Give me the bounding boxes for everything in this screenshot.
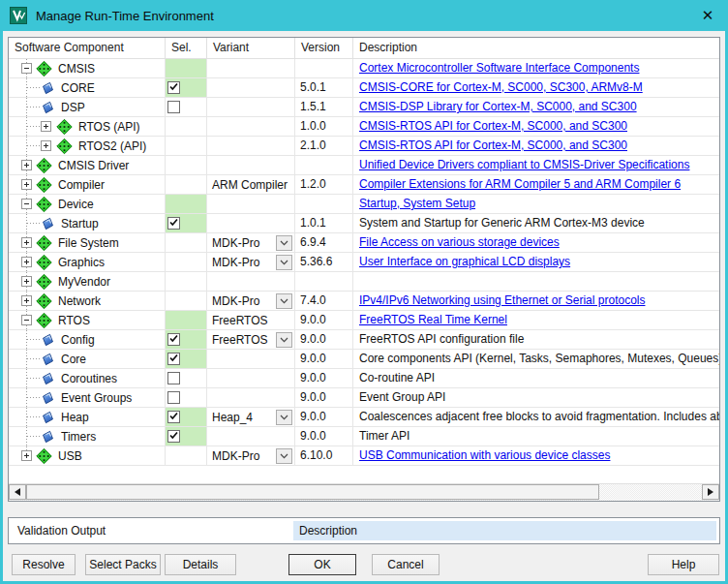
tree-expand-plus-icon[interactable] (21, 179, 32, 190)
description-link[interactable]: User Interface on graphical LCD displays (359, 255, 570, 268)
checkbox-checked[interactable] (167, 81, 180, 94)
tree-expand-plus-icon[interactable] (21, 257, 32, 267)
component-row[interactable]: USBMDK-Pro6.10.0USB Communication with v… (9, 446, 719, 466)
variant-cell (207, 195, 295, 213)
validation-description-header[interactable]: Description (293, 521, 716, 540)
description-link[interactable]: USB Communication with various device cl… (359, 448, 610, 462)
component-row[interactable]: HeapHeap_49.0.0Coalescences adjacent fre… (9, 408, 719, 427)
variant-dropdown-chevron-icon[interactable] (276, 410, 292, 425)
component-row[interactable]: CMSISCortex Microcontroller Software Int… (9, 59, 719, 78)
component-row[interactable]: CORE5.0.1CMSIS-CORE for Cortex-M, SC000,… (9, 78, 719, 98)
horizontal-scrollbar[interactable] (9, 483, 719, 501)
variant-dropdown-chevron-icon[interactable] (276, 332, 292, 348)
description-link[interactable]: Startup, System Setup (359, 197, 475, 210)
blue-gem-icon (41, 332, 55, 347)
tree-expand-plus-icon[interactable] (21, 276, 32, 287)
column-header-version[interactable]: Version (295, 38, 353, 58)
version-cell: 1.2.0 (295, 175, 353, 194)
help-button[interactable]: Help (648, 554, 719, 575)
select-packs-button[interactable]: Select Packs (85, 554, 161, 575)
component-row[interactable]: CMSIS DriverUnified Device Drivers compl… (9, 156, 719, 175)
component-row[interactable]: RTOSFreeRTOS9.0.0FreeRTOS Real Time Kern… (9, 311, 719, 330)
checkbox-checked[interactable] (167, 333, 180, 346)
component-row[interactable]: NetworkMDK-Pro7.4.0IPv4/IPv6 Networking … (9, 292, 719, 311)
checkbox-unchecked[interactable] (167, 101, 180, 113)
tree-cell: Device (9, 195, 166, 213)
component-row[interactable]: ConfigFreeRTOS9.0.0FreeRTOS API configur… (9, 330, 719, 350)
checkbox-unchecked[interactable] (167, 372, 180, 384)
checkbox-checked[interactable] (167, 217, 180, 230)
component-row[interactable]: Core9.0.0Core components API (Kernel, Ta… (9, 350, 719, 369)
details-button[interactable]: Details (165, 554, 236, 575)
close-icon[interactable]: ✕ (695, 5, 720, 26)
tree-expand-plus-icon[interactable] (21, 237, 32, 248)
resolve-button[interactable]: Resolve (12, 554, 76, 575)
component-row[interactable]: File SystemMDK-Pro6.9.4File Access on va… (9, 233, 719, 253)
component-row[interactable]: RTOS (API)1.0.0CMSIS-RTOS API for Cortex… (9, 117, 719, 137)
component-name: RTOS2 (API) (78, 139, 146, 153)
green-diamond-icon (36, 254, 52, 270)
variant-dropdown-chevron-icon[interactable] (276, 235, 292, 251)
variant-value: MDK-Pro (212, 236, 259, 250)
component-row[interactable]: Timers9.0.0Timer API (9, 427, 719, 446)
variant-value: FreeRTOS (212, 314, 268, 327)
variant-cell: MDK-Pro (207, 253, 295, 271)
tree-collapse-minus-icon[interactable] (21, 199, 32, 209)
tree-expand-plus-icon[interactable] (41, 121, 51, 132)
tree-expand-plus-icon[interactable] (21, 450, 32, 461)
version-cell: 1.5.1 (295, 98, 353, 116)
variant-dropdown-chevron-icon[interactable] (276, 448, 292, 464)
description-link[interactable]: CMSIS-RTOS API for Cortex-M, SC000, and … (359, 119, 627, 133)
tree-expand-plus-icon[interactable] (41, 140, 51, 151)
column-header-description[interactable]: Description (353, 38, 719, 58)
component-row[interactable]: DSP1.5.1CMSIS-DSP Library for Cortex-M, … (9, 98, 719, 117)
tree-branch-line (27, 107, 42, 108)
checkbox-checked[interactable] (167, 411, 180, 423)
version-cell: 1.0.1 (295, 214, 353, 232)
blue-gem-icon (41, 371, 55, 385)
component-row[interactable]: Coroutines9.0.0Co-routine API (9, 369, 719, 388)
checkbox-unchecked[interactable] (167, 391, 180, 404)
checkbox-checked[interactable] (167, 353, 180, 365)
description-link[interactable]: Cortex Microcontroller Software Interfac… (359, 61, 639, 75)
scrollbar-thumb[interactable] (26, 484, 599, 500)
scroll-left-icon[interactable] (9, 484, 26, 500)
variant-value: MDK-Pro (212, 294, 259, 308)
checkbox-checked[interactable] (167, 430, 180, 443)
description-link[interactable]: FreeRTOS Real Time Kernel (359, 313, 507, 326)
description-link[interactable]: CMSIS-RTOS API for Cortex-M, SC000, and … (359, 138, 627, 152)
description-link[interactable]: Compiler Extensions for ARM Compiler 5 a… (359, 177, 681, 191)
description-link[interactable]: Unified Device Drivers compliant to CMSI… (359, 158, 689, 171)
tree-collapse-minus-icon[interactable] (21, 63, 32, 74)
tree-expand-plus-icon[interactable] (21, 295, 32, 306)
description-link[interactable]: File Access on various storage devices (359, 235, 560, 249)
component-row[interactable]: RTOS2 (API)2.1.0CMSIS-RTOS API for Corte… (9, 137, 719, 156)
version-cell: 2.1.0 (295, 137, 353, 155)
component-row[interactable]: DeviceStartup, System Setup (9, 195, 719, 214)
validation-output-header[interactable]: Validation Output (11, 524, 293, 538)
description-link[interactable]: CMSIS-CORE for Cortex-M, SC000, SC300, A… (359, 80, 643, 94)
component-row[interactable]: Startup1.0.1System and Startup for Gener… (9, 214, 719, 233)
description-link[interactable]: CMSIS-DSP Library for Cortex-M, SC000, a… (359, 100, 637, 113)
column-header-sel[interactable]: Sel. (166, 38, 207, 58)
variant-dropdown-chevron-icon[interactable] (276, 293, 292, 309)
column-header-software-component[interactable]: Software Component (9, 38, 166, 58)
variant-cell (207, 156, 295, 174)
tree-collapse-minus-icon[interactable] (21, 315, 32, 325)
ok-button[interactable]: OK (288, 554, 356, 575)
cancel-button[interactable]: Cancel (372, 554, 440, 575)
column-header-variant[interactable]: Variant (207, 38, 295, 58)
component-name: File System (58, 236, 119, 250)
variant-dropdown-chevron-icon[interactable] (276, 255, 292, 270)
component-row[interactable]: CompilerARM Compiler1.2.0Compiler Extens… (9, 175, 719, 195)
component-row[interactable]: MyVendor (9, 272, 719, 292)
scroll-right-icon[interactable] (702, 484, 719, 500)
scrollbar-track[interactable] (599, 484, 702, 501)
tree-cell: MyVendor (9, 272, 166, 291)
component-row[interactable]: Event Groups9.0.0Event Group API (9, 388, 719, 408)
description-cell: CMSIS-DSP Library for Cortex-M, SC000, a… (353, 98, 719, 116)
tree-expand-plus-icon[interactable] (21, 160, 32, 170)
component-row[interactable]: GraphicsMDK-Pro5.36.6User Interface on g… (9, 253, 719, 272)
description-text: FreeRTOS API configuration file (359, 332, 524, 346)
description-link[interactable]: IPv4/IPv6 Networking using Ethernet or S… (359, 293, 645, 307)
